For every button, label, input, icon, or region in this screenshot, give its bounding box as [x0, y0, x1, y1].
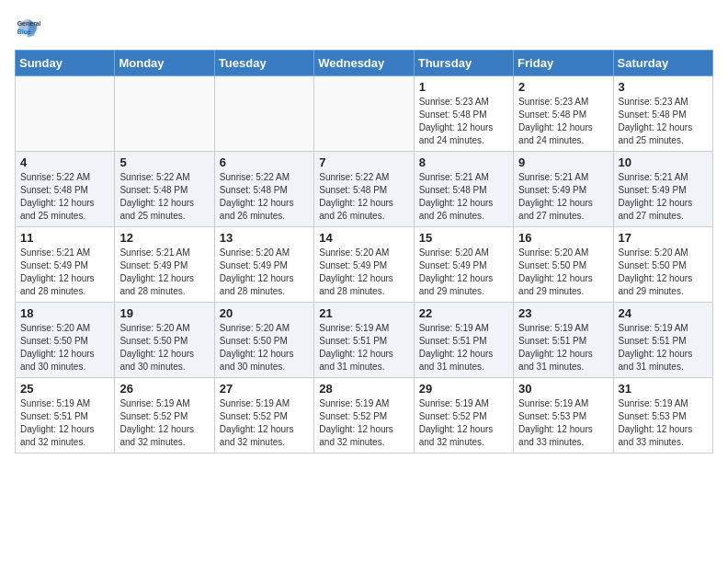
calendar-cell: 12Sunrise: 5:21 AM Sunset: 5:49 PM Dayli… — [115, 227, 214, 303]
calendar-cell: 9Sunrise: 5:21 AM Sunset: 5:49 PM Daylig… — [514, 152, 613, 227]
day-info: Sunrise: 5:19 AM Sunset: 5:52 PM Dayligh… — [319, 397, 408, 449]
day-info: Sunrise: 5:19 AM Sunset: 5:51 PM Dayligh… — [619, 322, 708, 373]
calendar-cell: 7Sunrise: 5:22 AM Sunset: 5:48 PM Daylig… — [314, 152, 414, 227]
day-info: Sunrise: 5:20 AM Sunset: 5:50 PM Dayligh… — [518, 247, 608, 298]
day-info: Sunrise: 5:23 AM Sunset: 5:48 PM Dayligh… — [518, 96, 608, 147]
day-info: Sunrise: 5:20 AM Sunset: 5:50 PM Dayligh… — [119, 322, 209, 373]
day-number: 1 — [419, 80, 508, 94]
day-number: 3 — [619, 80, 708, 94]
logo-icon: General Blue — [15, 15, 40, 40]
day-info: Sunrise: 5:20 AM Sunset: 5:50 PM Dayligh… — [20, 322, 109, 373]
calendar-cell — [115, 76, 214, 152]
calendar-cell: 31Sunrise: 5:19 AM Sunset: 5:53 PM Dayli… — [613, 378, 712, 454]
day-info: Sunrise: 5:19 AM Sunset: 5:53 PM Dayligh… — [619, 397, 708, 449]
day-number: 4 — [20, 155, 109, 169]
calendar-cell: 20Sunrise: 5:20 AM Sunset: 5:50 PM Dayli… — [214, 303, 313, 378]
calendar-week-5: 25Sunrise: 5:19 AM Sunset: 5:51 PM Dayli… — [16, 378, 713, 454]
calendar-cell: 4Sunrise: 5:22 AM Sunset: 5:48 PM Daylig… — [16, 152, 115, 227]
day-info: Sunrise: 5:19 AM Sunset: 5:51 PM Dayligh… — [419, 322, 508, 373]
day-number: 8 — [419, 155, 508, 169]
calendar-cell: 3Sunrise: 5:23 AM Sunset: 5:48 PM Daylig… — [613, 76, 712, 152]
day-number: 13 — [220, 231, 309, 245]
day-number: 27 — [220, 382, 309, 396]
day-info: Sunrise: 5:19 AM Sunset: 5:53 PM Dayligh… — [518, 397, 608, 449]
day-info: Sunrise: 5:21 AM Sunset: 5:49 PM Dayligh… — [20, 247, 109, 298]
calendar-cell — [214, 76, 313, 152]
calendar-cell: 13Sunrise: 5:20 AM Sunset: 5:49 PM Dayli… — [214, 227, 313, 303]
day-info: Sunrise: 5:22 AM Sunset: 5:48 PM Dayligh… — [220, 171, 309, 223]
day-number: 12 — [119, 231, 209, 245]
calendar-cell: 23Sunrise: 5:19 AM Sunset: 5:51 PM Dayli… — [514, 303, 613, 378]
calendar-cell: 30Sunrise: 5:19 AM Sunset: 5:53 PM Dayli… — [514, 378, 613, 454]
day-number: 7 — [319, 155, 408, 169]
calendar-table: SundayMondayTuesdayWednesdayThursdayFrid… — [15, 50, 713, 454]
day-number: 29 — [419, 382, 508, 396]
calendar-cell: 2Sunrise: 5:23 AM Sunset: 5:48 PM Daylig… — [514, 76, 613, 152]
day-info: Sunrise: 5:22 AM Sunset: 5:48 PM Dayligh… — [20, 171, 109, 223]
calendar-header-wednesday: Wednesday — [314, 51, 414, 76]
calendar-header-monday: Monday — [115, 51, 214, 76]
calendar-cell — [314, 76, 414, 152]
day-number: 17 — [619, 231, 708, 245]
calendar-cell: 8Sunrise: 5:21 AM Sunset: 5:48 PM Daylig… — [414, 152, 513, 227]
day-number: 18 — [20, 306, 109, 320]
calendar-header-thursday: Thursday — [414, 51, 513, 76]
day-number: 20 — [220, 306, 309, 320]
day-number: 10 — [619, 155, 708, 169]
day-info: Sunrise: 5:19 AM Sunset: 5:51 PM Dayligh… — [319, 322, 408, 373]
day-number: 25 — [20, 382, 109, 396]
day-number: 31 — [619, 382, 708, 396]
day-info: Sunrise: 5:20 AM Sunset: 5:49 PM Dayligh… — [419, 247, 508, 298]
calendar-week-3: 11Sunrise: 5:21 AM Sunset: 5:49 PM Dayli… — [16, 227, 713, 303]
calendar-cell: 15Sunrise: 5:20 AM Sunset: 5:49 PM Dayli… — [414, 227, 513, 303]
day-info: Sunrise: 5:20 AM Sunset: 5:49 PM Dayligh… — [319, 247, 408, 298]
day-number: 23 — [518, 306, 608, 320]
calendar-header-sunday: Sunday — [16, 51, 115, 76]
day-number: 15 — [419, 231, 508, 245]
calendar-header-row: SundayMondayTuesdayWednesdayThursdayFrid… — [16, 51, 713, 76]
calendar-cell: 16Sunrise: 5:20 AM Sunset: 5:50 PM Dayli… — [514, 227, 613, 303]
day-info: Sunrise: 5:22 AM Sunset: 5:48 PM Dayligh… — [119, 171, 209, 223]
day-info: Sunrise: 5:19 AM Sunset: 5:51 PM Dayligh… — [20, 397, 109, 449]
calendar-cell: 18Sunrise: 5:20 AM Sunset: 5:50 PM Dayli… — [16, 303, 115, 378]
calendar-week-4: 18Sunrise: 5:20 AM Sunset: 5:50 PM Dayli… — [16, 303, 713, 378]
day-info: Sunrise: 5:19 AM Sunset: 5:51 PM Dayligh… — [518, 322, 608, 373]
day-number: 24 — [619, 306, 708, 320]
calendar-cell: 1Sunrise: 5:23 AM Sunset: 5:48 PM Daylig… — [414, 76, 513, 152]
day-info: Sunrise: 5:21 AM Sunset: 5:49 PM Dayligh… — [619, 171, 708, 223]
day-info: Sunrise: 5:20 AM Sunset: 5:50 PM Dayligh… — [220, 322, 309, 373]
day-info: Sunrise: 5:20 AM Sunset: 5:50 PM Dayligh… — [619, 247, 708, 298]
calendar-week-2: 4Sunrise: 5:22 AM Sunset: 5:48 PM Daylig… — [16, 152, 713, 227]
calendar-cell: 17Sunrise: 5:20 AM Sunset: 5:50 PM Dayli… — [613, 227, 712, 303]
calendar-header-friday: Friday — [514, 51, 613, 76]
day-number: 16 — [518, 231, 608, 245]
day-number: 2 — [518, 80, 608, 94]
calendar-cell: 14Sunrise: 5:20 AM Sunset: 5:49 PM Dayli… — [314, 227, 414, 303]
day-number: 22 — [419, 306, 508, 320]
calendar-cell: 25Sunrise: 5:19 AM Sunset: 5:51 PM Dayli… — [16, 378, 115, 454]
day-info: Sunrise: 5:21 AM Sunset: 5:49 PM Dayligh… — [119, 247, 209, 298]
calendar-cell: 22Sunrise: 5:19 AM Sunset: 5:51 PM Dayli… — [414, 303, 513, 378]
svg-text:General: General — [17, 20, 40, 27]
day-info: Sunrise: 5:19 AM Sunset: 5:52 PM Dayligh… — [220, 397, 309, 449]
day-info: Sunrise: 5:21 AM Sunset: 5:49 PM Dayligh… — [518, 171, 608, 223]
calendar-cell — [16, 76, 115, 152]
calendar-cell: 19Sunrise: 5:20 AM Sunset: 5:50 PM Dayli… — [115, 303, 214, 378]
day-number: 28 — [319, 382, 408, 396]
day-number: 21 — [319, 306, 408, 320]
day-info: Sunrise: 5:19 AM Sunset: 5:52 PM Dayligh… — [119, 397, 209, 449]
calendar-header-tuesday: Tuesday — [214, 51, 313, 76]
svg-text:Blue: Blue — [17, 29, 31, 35]
calendar-cell: 24Sunrise: 5:19 AM Sunset: 5:51 PM Dayli… — [613, 303, 712, 378]
day-number: 6 — [220, 155, 309, 169]
day-number: 5 — [119, 155, 209, 169]
day-info: Sunrise: 5:20 AM Sunset: 5:49 PM Dayligh… — [220, 247, 309, 298]
day-info: Sunrise: 5:23 AM Sunset: 5:48 PM Dayligh… — [619, 96, 708, 147]
calendar-cell: 5Sunrise: 5:22 AM Sunset: 5:48 PM Daylig… — [115, 152, 214, 227]
day-number: 14 — [319, 231, 408, 245]
page-header: General Blue — [15, 15, 713, 40]
calendar-cell: 21Sunrise: 5:19 AM Sunset: 5:51 PM Dayli… — [314, 303, 414, 378]
calendar-cell: 6Sunrise: 5:22 AM Sunset: 5:48 PM Daylig… — [214, 152, 313, 227]
day-number: 30 — [518, 382, 608, 396]
day-number: 9 — [518, 155, 608, 169]
